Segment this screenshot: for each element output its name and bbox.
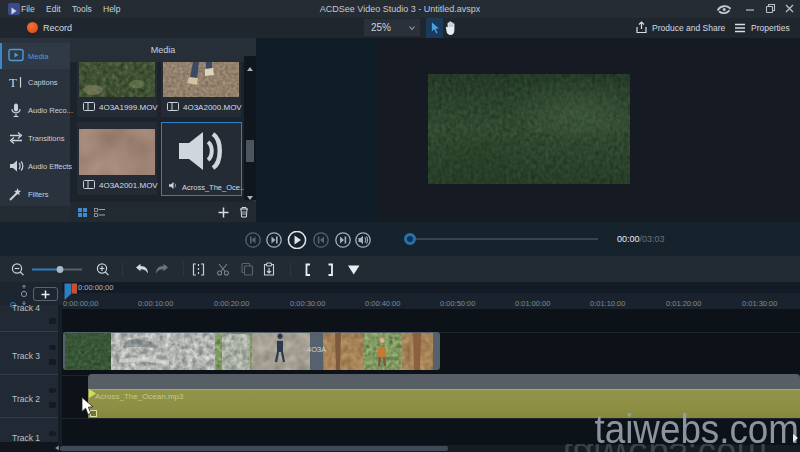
svg-text:T: T [9,75,17,90]
